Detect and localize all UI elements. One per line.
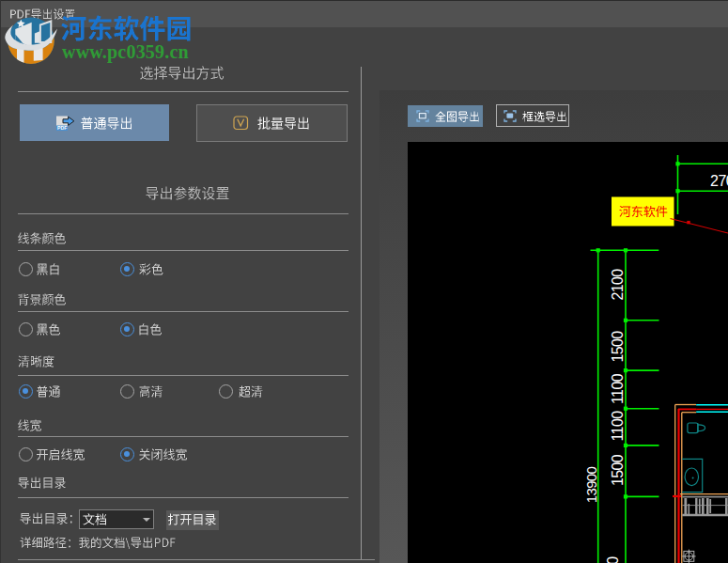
svg-text:2100: 2100 xyxy=(610,269,626,301)
svg-text:1500: 1500 xyxy=(610,331,626,363)
svg-text:1100: 1100 xyxy=(610,411,626,442)
svg-text:1500: 1500 xyxy=(610,454,626,486)
svg-text:1500: 1500 xyxy=(605,556,621,563)
svg-text:2700: 2700 xyxy=(710,173,728,189)
svg-text:13900: 13900 xyxy=(583,466,599,503)
svg-text:PDF: PDF xyxy=(57,125,67,131)
svg-text:1100: 1100 xyxy=(610,373,626,404)
